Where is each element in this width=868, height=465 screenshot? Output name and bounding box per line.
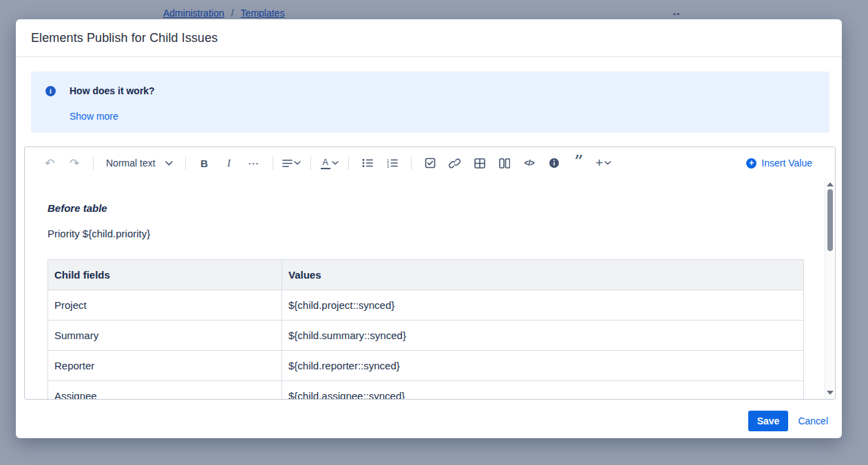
modal-dialog: Elements Publish for Child Issues i How … xyxy=(16,19,842,438)
link-button[interactable] xyxy=(445,153,465,173)
toolbar-divider xyxy=(310,156,311,170)
cell-field: Reporter xyxy=(48,351,282,381)
editor-scrollbar[interactable] xyxy=(825,179,834,398)
show-more-link[interactable]: Show more xyxy=(70,111,118,122)
svg-text:3: 3 xyxy=(387,164,389,169)
text-color-icon: A xyxy=(321,158,330,169)
column-header-child-fields: Child fields xyxy=(48,260,282,290)
modal-title: Elements Publish for Child Issues xyxy=(31,31,827,45)
toolbar-divider xyxy=(273,156,273,170)
insert-value-label: Insert Value xyxy=(761,158,812,169)
cell-value: ${child.summary::synced} xyxy=(282,321,804,351)
table-button[interactable] xyxy=(469,153,490,173)
toolbar-divider xyxy=(411,156,412,170)
modal-footer: Save Cancel xyxy=(748,411,828,431)
rich-text-editor[interactable]: ↶ ↷ Normal text B I ⋯ xyxy=(24,147,836,400)
scrollbar-up-arrow-icon[interactable] xyxy=(827,182,834,186)
quote-icon: ” xyxy=(574,158,583,168)
editor-paragraph-text: Priority ${child.priority} xyxy=(47,228,824,239)
toolbar-divider xyxy=(93,156,94,170)
bold-icon: B xyxy=(200,158,208,169)
insert-menu-button[interactable]: + xyxy=(593,153,614,173)
chevron-down-icon xyxy=(604,161,611,165)
cell-value: ${child.assignee::synced} xyxy=(282,381,804,400)
redo-button[interactable]: ↷ xyxy=(64,153,85,173)
text-style-label: Normal text xyxy=(106,158,156,169)
cell-field: Summary xyxy=(48,321,282,351)
table-row: Assignee ${child.assignee::synced} xyxy=(48,381,804,400)
toolbar-divider xyxy=(185,156,186,170)
alignment-dropdown[interactable] xyxy=(282,153,302,173)
insert-value-button[interactable]: + Insert Value xyxy=(746,158,812,169)
plus-icon: + xyxy=(595,155,603,171)
table-header-row: Child fields Values xyxy=(48,260,804,290)
column-header-values: Values xyxy=(282,260,804,290)
italic-button[interactable]: I xyxy=(219,153,240,173)
cell-value: ${child.reporter::synced} xyxy=(282,351,804,381)
editor-content[interactable]: Before table Priority ${child.priority} … xyxy=(25,179,824,399)
info-icon: i xyxy=(45,86,56,96)
info-panel-button[interactable] xyxy=(544,153,564,173)
table-row: Summary ${child.summary::synced} xyxy=(48,321,804,351)
toolbar-divider xyxy=(348,156,349,170)
info-panel-icon xyxy=(549,158,560,169)
more-icon: ⋯ xyxy=(248,157,260,170)
text-color-dropdown[interactable]: A xyxy=(319,153,340,173)
modal-header: Elements Publish for Child Issues xyxy=(16,19,842,57)
align-left-icon xyxy=(282,159,293,168)
info-banner: i How does it work? Show more xyxy=(31,72,829,133)
italic-icon: I xyxy=(227,158,231,169)
text-style-dropdown[interactable]: Normal text xyxy=(102,153,177,173)
info-banner-title: How does it work? xyxy=(70,85,829,96)
bullet-list-button[interactable] xyxy=(357,153,378,173)
columns-layout-icon xyxy=(499,158,510,169)
plus-circle-icon: + xyxy=(746,158,756,169)
info-banner-body: How does it work? Show more xyxy=(31,72,829,122)
save-button[interactable]: Save xyxy=(748,411,789,431)
chevron-down-icon xyxy=(294,161,301,165)
ordered-list-button[interactable]: 123 xyxy=(382,153,403,173)
scrollbar-down-arrow-icon[interactable] xyxy=(827,391,834,395)
cell-field: Project xyxy=(48,290,282,321)
editor-toolbar: ↶ ↷ Normal text B I ⋯ xyxy=(25,147,835,179)
undo-icon: ↶ xyxy=(45,158,54,169)
code-icon: </> xyxy=(524,158,533,168)
redo-icon: ↷ xyxy=(70,158,79,169)
layout-button[interactable] xyxy=(494,153,515,173)
task-list-button[interactable] xyxy=(420,153,441,173)
ordered-list-icon: 123 xyxy=(387,158,398,168)
code-block-button[interactable]: </> xyxy=(519,153,540,173)
bullet-list-icon xyxy=(362,158,373,168)
table-row: Project ${child.project::synced} xyxy=(48,290,804,321)
bold-button[interactable]: B xyxy=(194,153,215,173)
quote-button[interactable]: ” xyxy=(569,153,589,173)
chevron-down-icon xyxy=(165,161,173,166)
table-icon xyxy=(474,158,485,169)
cell-field: Assignee xyxy=(48,381,282,400)
undo-button[interactable]: ↶ xyxy=(39,153,60,173)
cell-value: ${child.project::synced} xyxy=(282,290,804,321)
task-checkbox-icon xyxy=(425,158,436,169)
chevron-down-icon xyxy=(332,161,339,165)
scrollbar-thumb[interactable] xyxy=(827,189,833,251)
editor-heading-text: Before table xyxy=(47,202,824,214)
more-formatting-button[interactable]: ⋯ xyxy=(244,153,264,173)
template-fields-table: Child fields Values Project ${child.proj… xyxy=(47,259,804,399)
cancel-button[interactable]: Cancel xyxy=(798,415,828,426)
table-row: Reporter ${child.reporter::synced} xyxy=(48,351,804,381)
link-icon xyxy=(449,158,461,169)
